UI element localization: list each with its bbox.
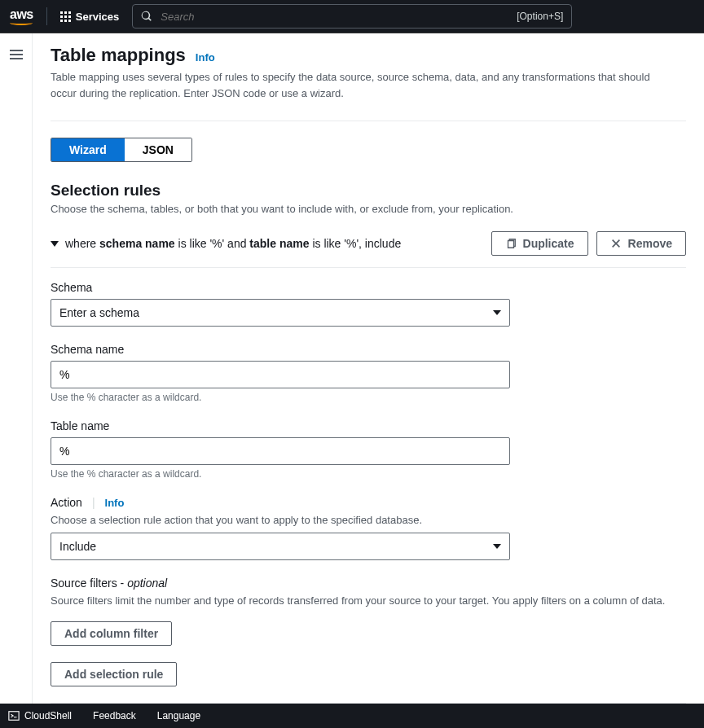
cloudshell-button[interactable]: CloudShell: [8, 710, 72, 721]
source-filters-description: Source filters limit the number and type…: [51, 594, 686, 607]
table-name-input[interactable]: [51, 437, 510, 465]
add-selection-rule-button[interactable]: Add selection rule: [51, 662, 177, 686]
schema-field: Schema Enter a schema: [51, 281, 686, 327]
feedback-link[interactable]: Feedback: [93, 710, 136, 721]
rule-summary[interactable]: where schema name is like '%' and table …: [51, 237, 401, 250]
duplicate-button[interactable]: Duplicate: [491, 231, 588, 256]
top-nav-bar: aws Services [Option+S]: [0, 0, 704, 33]
search-icon: [141, 11, 152, 22]
rule-actions: Duplicate Remove: [491, 231, 686, 256]
table-name-hint: Use the % character as a wildcard.: [51, 468, 686, 480]
action-label: Action | Info: [51, 496, 686, 509]
page-title: Table mappings: [51, 45, 186, 66]
action-description: Choose a selection rule action that you …: [51, 514, 686, 526]
action-value: Include: [59, 540, 96, 553]
schema-select[interactable]: Enter a schema: [51, 299, 510, 327]
left-rail: [0, 33, 33, 704]
page-header: Table mappings Info Table mapping uses s…: [51, 33, 686, 116]
remove-button[interactable]: Remove: [596, 231, 686, 256]
search-bar[interactable]: [Option+S]: [132, 4, 572, 29]
caret-down-icon: [493, 544, 501, 549]
panel: Wizard JSON Selection rules Choose the s…: [51, 121, 686, 704]
action-info-link[interactable]: Info: [105, 497, 125, 509]
grid-icon: [60, 11, 71, 22]
hamburger-icon[interactable]: [10, 50, 23, 59]
schema-value: Enter a schema: [59, 306, 139, 319]
close-icon: [610, 238, 622, 249]
main-area: Table mappings Info Table mapping uses s…: [0, 33, 704, 704]
services-label: Services: [76, 11, 120, 23]
schema-name-field: Schema name Use the % character as a wil…: [51, 343, 686, 403]
tab-json[interactable]: JSON: [125, 138, 191, 161]
services-menu[interactable]: Services: [60, 11, 120, 23]
schema-name-hint: Use the % character as a wildcard.: [51, 392, 686, 403]
caret-down-icon: [493, 310, 501, 315]
cloudshell-icon: [8, 710, 20, 721]
tab-group: Wizard JSON: [51, 138, 192, 162]
rule-row: where schema name is like '%' and table …: [51, 228, 686, 268]
action-select[interactable]: Include: [51, 533, 510, 560]
search-shortcut: [Option+S]: [517, 11, 563, 22]
language-link[interactable]: Language: [157, 710, 200, 721]
table-name-label: Table name: [51, 419, 686, 432]
content: Table mappings Info Table mapping uses s…: [33, 33, 704, 704]
schema-name-input[interactable]: [51, 361, 510, 388]
source-filters-field: Source filters - optional Source filters…: [51, 577, 686, 646]
footer-bar: CloudShell Feedback Language: [0, 704, 704, 728]
add-rule-group: Add selection rule: [51, 662, 686, 686]
rule-text: where schema name is like '%' and table …: [65, 237, 401, 250]
aws-logo[interactable]: aws: [10, 7, 33, 25]
copy-icon: [505, 238, 517, 249]
selection-rules-desc: Choose the schema, tables, or both that …: [51, 203, 686, 215]
selection-rules-title: Selection rules: [51, 182, 686, 200]
info-link[interactable]: Info: [196, 51, 215, 64]
schema-name-label: Schema name: [51, 343, 686, 356]
expand-icon: [51, 241, 59, 247]
search-input[interactable]: [161, 11, 508, 23]
page-description: Table mapping uses several types of rule…: [51, 69, 653, 101]
action-field: Action | Info Choose a selection rule ac…: [51, 496, 686, 560]
schema-label: Schema: [51, 281, 686, 294]
divider: [46, 7, 47, 25]
add-column-filter-button[interactable]: Add column filter: [51, 621, 172, 646]
table-name-field: Table name Use the % character as a wild…: [51, 419, 686, 480]
source-filters-label: Source filters - optional: [51, 577, 686, 590]
tab-wizard[interactable]: Wizard: [51, 138, 125, 161]
